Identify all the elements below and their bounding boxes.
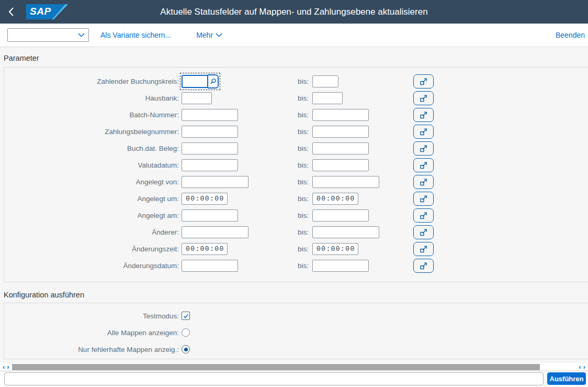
to-input[interactable] xyxy=(312,226,379,238)
from-field-wrap xyxy=(182,226,248,238)
to-input[interactable] xyxy=(312,75,338,87)
multiple-selection-button[interactable] xyxy=(413,242,434,256)
form-row: Angelegt von: bis: xyxy=(4,173,588,190)
radio[interactable] xyxy=(182,345,190,353)
from-input[interactable] xyxy=(182,75,208,88)
from-field-wrap xyxy=(182,193,228,205)
row-label: Änderungszeit: xyxy=(5,245,179,253)
scroll-left-icon[interactable]: ‹ xyxy=(3,363,5,370)
form-row: Zahlender Buchungskreis: bis: xyxy=(4,73,588,90)
from-input[interactable] xyxy=(182,92,212,104)
to-input[interactable] xyxy=(312,209,369,222)
from-input[interactable] xyxy=(182,109,238,121)
scrollbar-track[interactable] xyxy=(12,363,576,370)
to-input[interactable] xyxy=(312,126,369,138)
from-field-wrap xyxy=(182,74,219,89)
to-input[interactable] xyxy=(312,176,379,188)
to-input[interactable] xyxy=(312,142,369,154)
from-input[interactable] xyxy=(182,159,238,171)
exit-link[interactable]: Beenden xyxy=(556,31,585,39)
to-input[interactable] xyxy=(312,243,358,255)
scroll-right-icon[interactable]: › xyxy=(7,363,9,370)
from-input[interactable] xyxy=(182,209,238,222)
row-label: Alle Mappen anzeigen: xyxy=(5,329,179,337)
chevron-down-icon[interactable] xyxy=(78,33,85,37)
bis-label: bis: xyxy=(298,195,308,203)
multiple-selection-button[interactable] xyxy=(413,192,434,206)
checkbox[interactable] xyxy=(182,312,190,320)
to-input[interactable] xyxy=(312,193,358,205)
bis-label: bis: xyxy=(298,178,308,186)
scroll-right-icon[interactable]: › xyxy=(583,363,585,370)
from-input[interactable] xyxy=(182,193,228,205)
variant-input[interactable] xyxy=(8,29,78,41)
from-input[interactable] xyxy=(182,142,238,154)
multiple-selection-button[interactable] xyxy=(413,125,434,139)
form-row: Batch-Nummer: bis: xyxy=(4,106,588,123)
radio-dot xyxy=(184,348,188,351)
arrow-out-of-square-icon xyxy=(420,178,427,186)
from-input[interactable] xyxy=(182,260,238,272)
row-label: Hausbank: xyxy=(5,94,179,102)
row-label: Buch.dat. Beleg: xyxy=(5,145,179,152)
chevron-down-icon xyxy=(216,33,222,37)
bis-label: bis: xyxy=(298,161,308,169)
multiple-selection-button[interactable] xyxy=(413,158,434,172)
to-input[interactable] xyxy=(312,92,343,104)
value-help-button[interactable] xyxy=(208,74,219,89)
scrollbar-left-arrows: ‹ › xyxy=(0,363,12,370)
checkmark-icon xyxy=(183,313,189,319)
arrow-out-of-square-icon xyxy=(420,212,427,219)
bis-label: bis: xyxy=(298,111,308,119)
row-label: Zahlungsbelegnummer: xyxy=(5,128,179,136)
variant-combobox[interactable] xyxy=(7,28,89,42)
save-variant-link[interactable]: Als Variante sichern... xyxy=(100,31,171,39)
sap-logo: SAP xyxy=(26,4,68,19)
multiple-selection-button[interactable] xyxy=(413,91,434,105)
multiple-selection-button[interactable] xyxy=(413,108,434,122)
from-input[interactable] xyxy=(182,243,228,255)
to-input[interactable] xyxy=(312,109,369,121)
row-label: Angelegt am: xyxy=(5,212,179,219)
multiple-selection-button[interactable] xyxy=(413,74,434,89)
to-input[interactable] xyxy=(312,260,369,272)
multiple-selection-button[interactable] xyxy=(413,225,434,239)
konfiguration-groupbox: Testmodus: Alle Mappen anzeigen: Nur feh… xyxy=(4,303,588,359)
scrollbar-thumb[interactable] xyxy=(12,364,540,370)
multiple-selection-button[interactable] xyxy=(413,175,434,189)
from-input[interactable] xyxy=(182,176,248,188)
section-title-konfiguration: Konfiguration ausführen xyxy=(4,291,588,299)
from-field-wrap xyxy=(182,126,238,138)
bis-label: bis: xyxy=(298,245,308,253)
scroll-left-icon[interactable]: ‹ xyxy=(579,363,581,370)
arrow-out-of-square-icon xyxy=(420,78,427,85)
form-row: Valutadatum: bis: xyxy=(4,157,588,173)
form-row: Änderungszeit: bis: xyxy=(4,240,588,257)
from-input[interactable] xyxy=(182,226,248,238)
arrow-out-of-square-icon xyxy=(420,145,427,152)
to-input[interactable] xyxy=(312,159,369,171)
multiple-selection-button[interactable] xyxy=(413,141,434,156)
more-menu-button[interactable]: Mehr xyxy=(196,31,222,39)
form-row: Testmodus: xyxy=(4,307,588,324)
row-label: Angelegt um: xyxy=(5,195,179,203)
from-input[interactable] xyxy=(182,126,238,138)
execute-button[interactable]: Ausführen xyxy=(547,372,586,385)
bis-label: bis: xyxy=(298,228,308,236)
from-field-wrap xyxy=(182,260,238,272)
form-row: Nur fehlerhafte Mappen anzeig.: xyxy=(4,341,588,358)
parameter-rows: Zahlender Buchungskreis: bis: xyxy=(4,73,588,274)
form-row: Angelegt am: bis: xyxy=(4,207,588,224)
form-row: Änderer: bis: xyxy=(4,224,588,240)
bis-label: bis: xyxy=(298,145,308,152)
bis-label: bis: xyxy=(298,212,308,219)
multiple-selection-button[interactable] xyxy=(413,208,434,223)
radio[interactable] xyxy=(182,328,190,337)
arrow-out-of-square-icon xyxy=(420,128,427,136)
multiple-selection-button[interactable] xyxy=(413,259,434,273)
back-button[interactable] xyxy=(8,6,19,18)
row-label: Nur fehlerhafte Mappen anzeig.: xyxy=(5,346,179,353)
row-label: Zahlender Buchungskreis: xyxy=(5,78,179,85)
form-row: Zahlungsbelegnummer: bis: xyxy=(4,123,588,140)
row-label: Angelegt von: xyxy=(5,178,179,186)
